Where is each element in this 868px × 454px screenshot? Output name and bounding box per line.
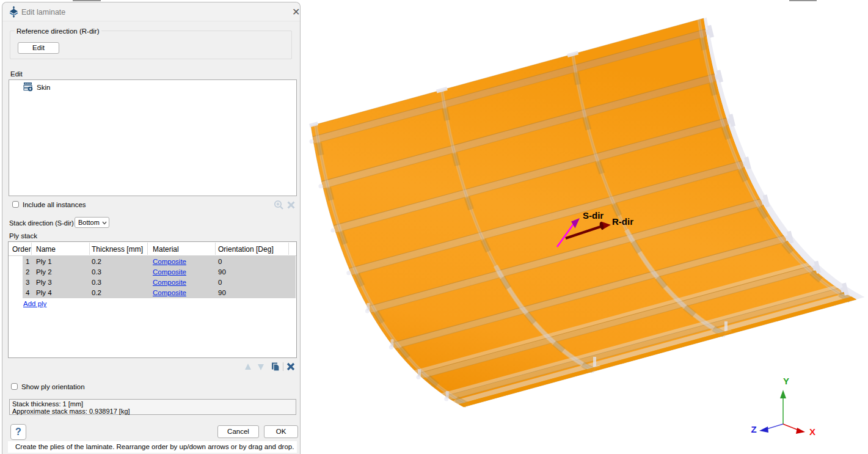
svg-text:R-dir: R-dir [612, 216, 633, 227]
svg-text:Y: Y [783, 376, 789, 386]
svg-text:X: X [809, 427, 815, 437]
svg-text:Z: Z [751, 424, 756, 434]
svg-text:S-dir: S-dir [583, 210, 604, 221]
